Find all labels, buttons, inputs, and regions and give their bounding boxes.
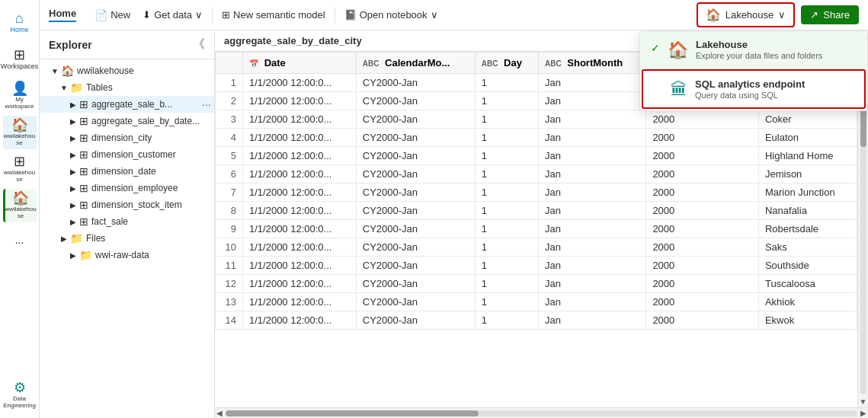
new-button[interactable]: 📄 New <box>88 6 136 24</box>
tree-label-date: dimension_date <box>91 166 211 177</box>
cell-shortmonth: Jan <box>538 311 645 330</box>
tree-item-dimension-stock-item[interactable]: ▶ ⊞ dimension_stock_item <box>40 196 214 213</box>
nav-item-workspaces[interactable]: ⊞ Workspaces <box>3 43 37 76</box>
scrollbar-track[interactable] <box>860 65 866 394</box>
share-label: Share <box>823 9 850 21</box>
scrollbar-left-icon[interactable]: ◀ <box>216 409 223 417</box>
scrollbar-down-icon[interactable]: ▼ <box>860 397 867 406</box>
cell-city: Highland Home <box>758 147 857 165</box>
new-document-icon: 📄 <box>94 9 107 21</box>
nav-item-home[interactable]: ⌂ Home <box>3 6 37 40</box>
tree-item-dimension-date[interactable]: ▶ ⊞ dimension_date <box>40 163 214 180</box>
expand-arrow-agg2-icon: ▶ <box>67 117 79 126</box>
nav-label-home: Home <box>10 27 28 34</box>
col-label-shortmonth: ShortMonth <box>567 57 623 69</box>
cell-calyear: 2000 <box>646 311 759 330</box>
more-options-icon[interactable]: ··· <box>202 98 211 110</box>
cell-day: 1 <box>475 147 538 165</box>
lakehouse-dropdown: ✓ 🏠 Lakehouse Explore your data files an… <box>639 30 868 111</box>
table-row: 8 1/1/2000 12:00:0... CY2000-Jan 1 Jan 2… <box>216 202 857 220</box>
check-placeholder: ✓ <box>654 81 663 94</box>
folder-icon: 📁 <box>70 81 83 94</box>
files-folder-icon: 📁 <box>70 232 83 244</box>
header-right: 🏠 Lakehouse ∨ ↗ Share <box>697 2 859 27</box>
cell-rownum: 12 <box>216 275 243 293</box>
nav-item-wwilakehouse3[interactable]: 🏠 wwilakehou se <box>3 189 37 222</box>
cell-calyear: 2000 <box>646 257 759 275</box>
cell-calmonth: CY2000-Jan <box>356 275 475 293</box>
table-icon-city: ⊞ <box>79 132 88 144</box>
cell-date: 1/1/2000 12:00:0... <box>243 147 357 165</box>
cell-calmonth: CY2000-Jan <box>356 311 475 330</box>
cell-rownum: 13 <box>216 293 243 311</box>
col-label-day: Day <box>504 57 522 69</box>
open-notebook-button[interactable]: 📓 Open notebook ∨ <box>338 6 444 24</box>
tree-item-dimension-employee[interactable]: ▶ ⊞ dimension_employee <box>40 180 214 196</box>
expand-arrow-date-icon: ▶ <box>67 168 79 176</box>
col-header-calendarmo[interactable]: ABC CalendarMo... <box>356 53 475 74</box>
nav-item-my-workspace[interactable]: 👤 My workspace <box>3 79 37 113</box>
tree-label-raw-data: wwi-raw-data <box>95 250 211 260</box>
tree-item-wwi-raw-data[interactable]: ▶ 📁 wwi-raw-data <box>40 247 214 263</box>
scrollbar-right-icon[interactable]: ▶ <box>860 409 866 417</box>
new-semantic-model-button[interactable]: ⊞ New semantic model <box>216 6 332 24</box>
col-header-rownum <box>216 53 243 74</box>
cell-day: 1 <box>475 293 538 311</box>
collapse-icon[interactable]: 《 <box>193 37 205 53</box>
dropdown-item-lakehouse[interactable]: ✓ 🏠 Lakehouse Explore your data files an… <box>640 31 867 68</box>
tree-item-dimension-city[interactable]: ▶ ⊞ dimension_city <box>40 129 214 146</box>
nav-item-wwilakehouse1[interactable]: 🏠 wwilakehou se <box>3 116 37 149</box>
tree-label-city: dimension_city <box>91 132 211 143</box>
cell-rownum: 3 <box>216 110 243 129</box>
expand-arrow-city-icon: ▶ <box>67 134 79 142</box>
lakehouse-button[interactable]: 🏠 Lakehouse ∨ <box>697 2 796 27</box>
cell-date: 1/1/2000 12:00:0... <box>243 92 357 110</box>
tree-label-employee: dimension_employee <box>91 183 211 193</box>
get-data-button[interactable]: ⬇ Get data ∨ <box>136 6 209 24</box>
sql-item-name: SQL analytics endpoint <box>695 78 805 90</box>
cell-calmonth: CY2000-Jan <box>356 183 475 202</box>
table-icon-date: ⊞ <box>79 165 88 177</box>
horizontal-scrollbar[interactable]: ◀ ▶ <box>215 407 868 418</box>
tree-item-aggregate-sale-by-date[interactable]: ▶ ⊞ aggregate_sale_by_date... <box>40 113 214 129</box>
table-row: 14 1/1/2000 12:00:0... CY2000-Jan 1 Jan … <box>216 311 857 330</box>
cell-calmonth: CY2000-Jan <box>356 238 475 257</box>
tree-item-files[interactable]: ▶ 📁 Files <box>40 230 214 247</box>
cell-day: 1 <box>475 129 538 147</box>
table-row: 12 1/1/2000 12:00:0... CY2000-Jan 1 Jan … <box>216 275 857 293</box>
cell-city: Eulaton <box>758 129 857 147</box>
tree-label-agg2: aggregate_sale_by_date... <box>91 116 211 126</box>
tree-item-dimension-customer[interactable]: ▶ ⊞ dimension_customer <box>40 146 214 163</box>
cell-city: Jemison <box>758 165 857 183</box>
cell-shortmonth: Jan <box>538 92 645 110</box>
nav-item-more[interactable]: ··· <box>3 225 37 259</box>
cell-calyear: 2000 <box>646 238 759 257</box>
share-button[interactable]: ↗ Share <box>801 5 859 24</box>
tree-item-aggregate-sale-b[interactable]: ▶ ⊞ aggregate_sale_b... ··· <box>40 96 214 113</box>
new-semantic-label: New semantic model <box>233 9 325 21</box>
cell-date: 1/1/2000 12:00:0... <box>243 129 357 147</box>
col-header-day[interactable]: ABC Day <box>475 53 538 74</box>
tree-label-tables: Tables <box>86 82 211 93</box>
toolbar-separator-2 <box>335 8 335 23</box>
open-notebook-label: Open notebook <box>360 9 428 21</box>
cell-shortmonth: Jan <box>538 293 645 311</box>
col-header-date[interactable]: 📅 Date <box>243 53 357 74</box>
cell-rownum: 8 <box>216 202 243 220</box>
nav-item-wwilakehouse2[interactable]: ⊞ wwilakehou se <box>3 152 37 186</box>
tree-item-fact-sale[interactable]: ▶ ⊞ fact_sale <box>40 213 214 230</box>
cell-calyear: 2000 <box>646 165 759 183</box>
tree-item-tables[interactable]: ▼ 📁 Tables <box>40 79 214 96</box>
dropdown-item-sql[interactable]: ✓ 🏛 SQL analytics endpoint Query data us… <box>642 69 866 109</box>
col-header-shortmonth[interactable]: ABC ShortMonth <box>538 53 645 74</box>
tree-item-wwilakehouse[interactable]: ▼ 🏠 wwilakehouse <box>40 62 214 79</box>
cell-city: Robertsdale <box>758 220 857 238</box>
h-scrollbar-track[interactable] <box>226 410 857 416</box>
sql-dropdown-icon: 🏛 <box>671 80 687 100</box>
cell-day: 1 <box>475 202 538 220</box>
cell-shortmonth: Jan <box>538 147 645 165</box>
cell-day: 1 <box>475 183 538 202</box>
page-title: Home <box>49 8 76 22</box>
nav-item-data-engineering[interactable]: ⚙ Data Engineering <box>3 378 37 412</box>
get-data-icon: ⬇ <box>143 9 151 21</box>
